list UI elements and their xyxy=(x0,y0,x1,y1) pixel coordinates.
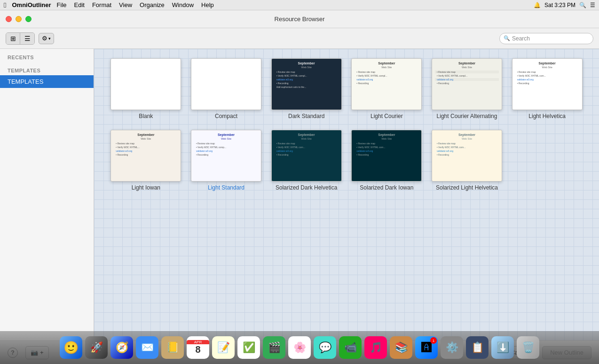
dock-messages[interactable]: 💬 xyxy=(314,336,336,359)
template-name-solarized-dark-helvetica: Solarized Dark Helvetica xyxy=(276,184,337,192)
dock-omnioutliner[interactable]: 📋 xyxy=(466,336,489,359)
main-grid-area: Blank Compact September Web Site • Revie… xyxy=(94,49,599,340)
template-dark-standard[interactable]: September Web Site • Review site map • V… xyxy=(268,58,344,120)
template-thumb-solarized-dark-iowan: September Web Site • Review site map • V… xyxy=(351,130,422,182)
menu-bar-right: 🔔 Sat 3:23 PM 🔍 ☰ xyxy=(534,2,595,8)
template-thumb-light-helvetica: September Web Site • Review site map • V… xyxy=(512,58,583,110)
apple-menu[interactable]:  xyxy=(4,1,6,9)
dock-calendar[interactable]: APR 8 xyxy=(187,336,209,359)
template-name-light-courier: Light Courier xyxy=(370,113,403,120)
template-name-blank: Blank xyxy=(139,113,153,120)
toolbar: ⊞ ☰ ⚙ ▾ 🔍 Search xyxy=(0,28,599,49)
dock-launchpad[interactable]: 🚀 xyxy=(85,336,108,359)
dock-downloads[interactable]: ⬇️ xyxy=(491,336,514,359)
template-name-light-courier-alt: Light Courier Alternating xyxy=(437,113,497,120)
organize-menu[interactable]: Organize xyxy=(136,1,168,8)
search-placeholder-text: Search xyxy=(512,35,530,42)
template-light-helvetica[interactable]: September Web Site • Review site map • V… xyxy=(509,58,585,120)
template-thumb-solarized-light-helvetica: September Web Site • Review site map • V… xyxy=(432,130,502,182)
dock-photos[interactable]: 🌸 xyxy=(288,336,311,359)
main-window: Resource Browser ⊞ ☰ ⚙ ▾ 🔍 Search RECENT… xyxy=(0,10,599,364)
app-menu[interactable]: OmniOutliner xyxy=(12,1,51,8)
template-solarized-dark-iowan[interactable]: September Web Site • Review site map • V… xyxy=(349,130,425,192)
dock-quicktime[interactable]: 🎬 xyxy=(263,336,285,359)
template-thumb-light-courier: September Web Site • Review site map • V… xyxy=(351,58,422,110)
template-thumb-solarized-dark-helvetica: September Web Site • Review site map • V… xyxy=(271,130,342,182)
template-light-standard[interactable]: September Web Site • Review site map • V… xyxy=(189,130,264,192)
help-menu[interactable]: Help xyxy=(197,1,218,8)
template-light-iowan[interactable]: September Web Site • Review site map • V… xyxy=(108,130,184,192)
gear-dropdown-arrow: ▾ xyxy=(48,36,51,41)
template-thumb-dark-standard: September Web Site • Review site map • V… xyxy=(271,58,342,110)
template-compact[interactable]: Compact xyxy=(189,58,264,120)
dock-safari[interactable]: 🧭 xyxy=(110,336,133,359)
templates-grid: Blank Compact September Web Site • Revie… xyxy=(108,58,585,191)
template-solarized-dark-helvetica[interactable]: September Web Site • Review site map • V… xyxy=(268,130,344,192)
dock-facetime[interactable]: 📹 xyxy=(339,336,362,359)
template-name-solarized-dark-iowan: Solarized Dark Iowan xyxy=(360,184,413,192)
template-name-compact: Compact xyxy=(215,113,237,120)
traffic-lights xyxy=(6,16,32,22)
time-display: Sat 3:23 PM xyxy=(544,2,575,8)
search-bar[interactable]: 🔍 Search xyxy=(499,33,593,44)
template-thumb-light-standard: September Web Site • Review site map • V… xyxy=(191,130,261,182)
window-title: Resource Browser xyxy=(275,16,325,23)
view-menu[interactable]: View xyxy=(115,1,136,8)
minimize-button[interactable] xyxy=(16,16,22,22)
sidebar-item-templates[interactable]: TEMPLATES xyxy=(0,75,94,88)
maximize-button[interactable] xyxy=(25,16,32,22)
template-light-courier-alt[interactable]: September Web Site • Review site map • V… xyxy=(429,58,505,120)
gear-button[interactable]: ⚙ ▾ xyxy=(39,33,54,44)
template-name-light-helvetica: Light Helvetica xyxy=(528,113,566,120)
window-menu[interactable]: Window xyxy=(168,1,197,8)
list-view-button[interactable]: ☰ xyxy=(20,33,34,44)
grid-view-button[interactable]: ⊞ xyxy=(6,33,20,44)
search-magnifier-icon: 🔍 xyxy=(504,35,510,41)
dock-settings[interactable]: ⚙️ xyxy=(441,336,463,359)
template-light-courier[interactable]: September Web Site • Review site map • V… xyxy=(349,58,425,120)
format-menu[interactable]: Format xyxy=(88,1,115,8)
template-thumb-light-courier-alt: September Web Site • Review site map • V… xyxy=(432,58,502,110)
dock-appstore[interactable]: 🅰 1 xyxy=(415,336,438,359)
template-name-dark-standard: Dark Standard xyxy=(288,113,324,120)
gear-icon: ⚙ xyxy=(42,35,47,42)
recents-section-label: RECENTS xyxy=(0,53,94,62)
dock-contacts[interactable]: 📒 xyxy=(161,336,184,359)
dock: 🙂 🚀 🧭 ✉️ 📒 APR 8 📝 ✅ 🎬 🌸 💬 📹 🎵 📚 🅰 1 ⚙️ … xyxy=(0,331,599,364)
edit-menu[interactable]: Edit xyxy=(71,1,88,8)
title-bar: Resource Browser xyxy=(0,10,599,28)
view-toggle: ⊞ ☰ xyxy=(6,32,35,45)
template-thumb-blank xyxy=(110,58,181,110)
dock-trash[interactable]: 🗑️ xyxy=(517,336,539,359)
template-solarized-light-helvetica[interactable]: September Web Site • Review site map • V… xyxy=(429,130,505,192)
control-icon[interactable]: ☰ xyxy=(590,2,595,8)
template-thumb-light-iowan: September Web Site • Review site map • V… xyxy=(110,130,181,182)
file-menu[interactable]: File xyxy=(53,1,71,8)
search-icon[interactable]: 🔍 xyxy=(579,2,586,8)
menu-bar:  OmniOutliner File Edit Format View Org… xyxy=(0,0,599,10)
close-button[interactable] xyxy=(6,16,12,22)
dock-mail[interactable]: ✉️ xyxy=(136,336,158,359)
notification-icon[interactable]: 🔔 xyxy=(534,2,541,8)
dock-books[interactable]: 📚 xyxy=(390,336,412,359)
template-name-light-standard: Light Standard xyxy=(208,184,244,192)
sidebar: RECENTS TEMPLATES TEMPLATES xyxy=(0,49,94,340)
dock-notes[interactable]: 📝 xyxy=(212,336,235,359)
template-name-light-iowan: Light Iowan xyxy=(132,184,160,192)
dock-music[interactable]: 🎵 xyxy=(364,336,387,359)
templates-section-label: TEMPLATES xyxy=(0,66,94,75)
template-name-solarized-light-helvetica: Solarized Light Helvetica xyxy=(436,184,498,192)
dock-reminders[interactable]: ✅ xyxy=(237,336,260,359)
template-blank[interactable]: Blank xyxy=(108,58,184,120)
dock-finder[interactable]: 🙂 xyxy=(60,336,82,359)
content-area: RECENTS TEMPLATES TEMPLATES Blank Compac… xyxy=(0,49,599,340)
template-thumb-compact xyxy=(191,58,261,110)
